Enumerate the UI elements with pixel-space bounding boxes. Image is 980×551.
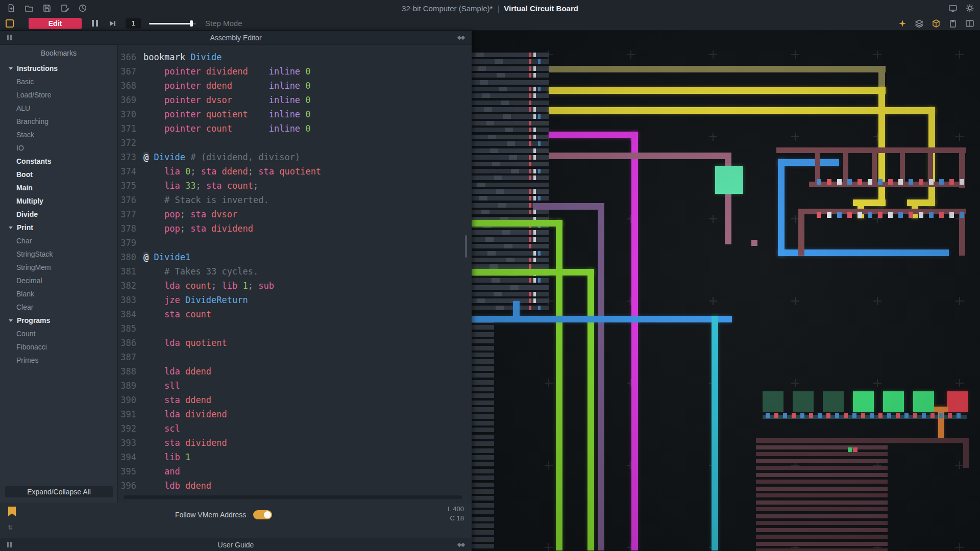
tree-item-main[interactable]: Main [0, 181, 117, 194]
code-line[interactable]: 389 sll [118, 379, 321, 393]
code-line[interactable]: 366bookmark Divide [118, 50, 321, 64]
code-line[interactable]: 367 pointer dividend inline 0 [118, 64, 321, 79]
code-line[interactable]: 376 # Stack is inverted. [118, 193, 321, 207]
line-number: 367 [118, 64, 136, 79]
tree-item-multiply[interactable]: Multiply [0, 194, 117, 208]
tree-item-branching[interactable]: Branching [0, 115, 117, 128]
follow-vmem-toggle[interactable] [253, 510, 272, 519]
package-icon[interactable] [931, 18, 941, 29]
tree-item-label: IO [16, 144, 24, 152]
code-line[interactable]: 396 ldb ddend [118, 479, 321, 493]
bus-trace [472, 469, 494, 473]
tree-item-stringstack[interactable]: StringStack [0, 247, 117, 261]
tree-item-stringmem[interactable]: StringMem [0, 261, 117, 274]
bookmark-icon[interactable] [8, 507, 16, 516]
code-line[interactable]: 374 lia 0; sta ddend; sta quotient [118, 164, 321, 179]
new-file-icon[interactable] [6, 3, 16, 13]
settings-gear-icon[interactable] [965, 3, 975, 13]
code-line[interactable]: 385 [118, 321, 321, 336]
tree-item-alu[interactable]: ALU [0, 102, 117, 115]
panel-collapse-icon[interactable] [7, 35, 12, 40]
horizontal-scrollbar[interactable] [124, 495, 462, 499]
popout-icon[interactable] [457, 34, 465, 41]
layers-icon[interactable] [914, 18, 924, 29]
code-line[interactable]: 383 jze DivideReturn [118, 293, 321, 307]
slider-handle[interactable] [190, 20, 193, 27]
code-editor[interactable]: 366bookmark Divide367 pointer dividend i… [118, 45, 472, 503]
edit-mode-button[interactable]: Edit [29, 18, 82, 29]
code-text: # Takes 33 cycles. [143, 264, 258, 279]
save-as-icon[interactable] [60, 3, 70, 13]
code-line[interactable]: 370 pointer quotient inline 0 [118, 107, 321, 121]
code-line[interactable]: 386 lda quotient [118, 336, 321, 350]
code-line[interactable]: 379 [118, 236, 321, 250]
code-line[interactable]: 375 lia 33; sta count; [118, 179, 321, 193]
magic-wand-icon[interactable] [897, 18, 908, 29]
code-line[interactable]: 393 sta dividend [118, 436, 321, 450]
tree-item-decimal[interactable]: Decimal [0, 274, 117, 287]
code-line[interactable]: 388 lda ddend [118, 364, 321, 379]
code-line[interactable]: 384 sta count [118, 307, 321, 321]
split-view-icon[interactable] [965, 18, 975, 29]
tree-item-blank[interactable]: Blank [0, 287, 117, 300]
code-line[interactable]: 377 pop; sta dvsor [118, 207, 321, 221]
step-forward-icon[interactable] [107, 18, 117, 29]
circuit-trace [513, 301, 520, 319]
tree-item-load-store[interactable]: Load/Store [0, 88, 117, 102]
tree-item-io[interactable]: IO [0, 141, 117, 155]
grid-plus-mark [955, 461, 964, 469]
code-line[interactable]: 369 pointer dvsor inline 0 [118, 93, 321, 107]
tree-item-clear[interactable]: Clear [0, 300, 117, 314]
tree-item-basic[interactable]: Basic [0, 75, 117, 88]
tick-rate-slider[interactable] [149, 19, 196, 27]
tree-item-print[interactable]: Print [0, 221, 117, 234]
bus-pin [529, 306, 531, 310]
code-line[interactable]: 371 pointer count inline 0 [118, 121, 321, 136]
scroll-sync-icon[interactable]: ⇅ [8, 524, 13, 531]
history-icon[interactable] [78, 3, 88, 13]
tree-item-char[interactable]: Char [0, 234, 117, 247]
panel-collapse-icon[interactable] [7, 542, 12, 547]
code-line[interactable]: 387 [118, 350, 321, 364]
save-icon[interactable] [42, 3, 52, 13]
vertical-scrollbar[interactable] [465, 45, 467, 503]
code-line[interactable]: 391 lda dividend [118, 407, 321, 421]
circuit-pin [792, 413, 796, 418]
code-line[interactable]: 395 and [118, 464, 321, 479]
bus-pin [529, 59, 531, 64]
grid-plus-mark [955, 379, 964, 387]
open-folder-icon[interactable] [24, 3, 34, 13]
clipboard-icon[interactable] [948, 18, 958, 29]
line-number: 372 [118, 136, 136, 150]
bus-pin [533, 292, 536, 296]
selection-tool-icon[interactable] [6, 19, 14, 28]
code-line[interactable]: 381 # Takes 33 cycles. [118, 264, 321, 279]
tree-item-instructions[interactable]: Instructions [0, 62, 117, 75]
pause-icon[interactable] [92, 20, 98, 27]
code-line[interactable]: 392 scl [118, 421, 321, 436]
code-line[interactable]: 378 pop; sta dividend [118, 221, 321, 236]
tree-item-constants[interactable]: Constants [0, 155, 117, 168]
code-line[interactable]: 373@ Divide # (dividend, divisor) [118, 150, 321, 164]
tree-item-fibonacci[interactable]: Fibonacci [0, 340, 117, 354]
step-count-input[interactable]: 1 [126, 18, 141, 29]
tree-item-divide[interactable]: Divide [0, 208, 117, 221]
popout-icon[interactable] [457, 541, 465, 548]
code-line[interactable]: 390 sta ddend [118, 393, 321, 407]
code-line[interactable]: 380@ Divide1 [118, 250, 321, 264]
expand-collapse-all-button[interactable]: Expand/Collapse All [5, 486, 113, 497]
display-icon[interactable] [948, 3, 958, 13]
code-line[interactable]: 394 lib 1 [118, 450, 321, 464]
tree-item-boot[interactable]: Boot [0, 168, 117, 181]
code-line[interactable]: 368 pointer ddend inline 0 [118, 79, 321, 93]
tree-item-programs[interactable]: Programs [0, 314, 117, 327]
bus-trace [472, 475, 494, 480]
circuit-trace [756, 438, 969, 443]
vertical-scrollbar-thumb[interactable] [465, 235, 467, 258]
tree-item-count[interactable]: Count [0, 327, 117, 340]
code-line[interactable]: 372 [118, 136, 321, 150]
code-line[interactable]: 382 lda count; lib 1; sub [118, 279, 321, 293]
tree-item-stack[interactable]: Stack [0, 128, 117, 141]
circuit-canvas[interactable] [472, 31, 980, 551]
tree-item-primes[interactable]: Primes [0, 354, 117, 367]
